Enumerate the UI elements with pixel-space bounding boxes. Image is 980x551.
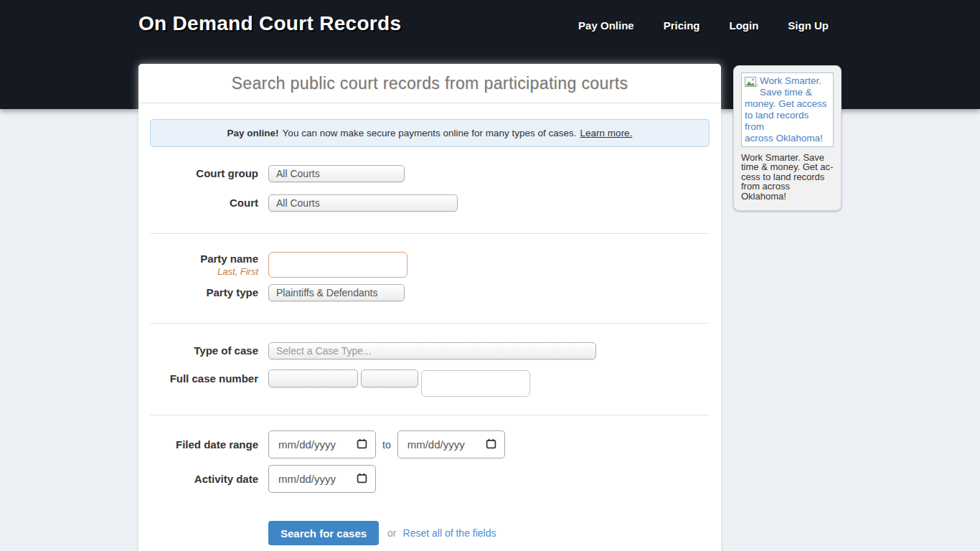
search-panel: Search public court records from partici… (138, 64, 721, 551)
party-name-label: Party name Last, First (150, 253, 268, 278)
filed-date-to-input[interactable]: mm/dd/yyyy (397, 430, 505, 458)
activity-date-placeholder: mm/dd/yyyy (278, 473, 336, 485)
date-range-separator: to (382, 439, 391, 451)
party-name-input[interactable] (268, 252, 407, 278)
search-form: Pay online! You can now make secure paym… (138, 103, 721, 545)
ad-image-link[interactable]: Work Smarter. Save time & money. Get acc… (741, 72, 834, 147)
alert-lead-text: Pay online! (227, 128, 279, 138)
court-group-select[interactable]: All Courts (268, 165, 405, 182)
form-actions-row: Search for cases or Reset all of the fie… (150, 521, 710, 545)
case-number-year-select[interactable] (361, 369, 418, 387)
main-nav: Pay Online Pricing Login Sign Up (578, 19, 829, 32)
calendar-icon[interactable] (486, 438, 496, 451)
calendar-icon[interactable] (357, 473, 367, 486)
site-brand[interactable]: On Demand Court Records (138, 12, 401, 35)
party-type-row: Party type Plaintiffs & Defendants (150, 284, 710, 301)
activity-date-label: Activity date (150, 473, 268, 486)
case-number-row: Full case number (150, 369, 710, 397)
nav-pay-online[interactable]: Pay Online (578, 19, 634, 32)
alert-body-text: You can now make secure payments online … (283, 128, 577, 138)
sidebar-ad: Work Smarter. Save time & money. Get acc… (733, 65, 842, 211)
reset-fields-link[interactable]: Reset all of the fields (403, 527, 496, 539)
court-group-label: Court group (150, 167, 268, 180)
party-name-row: Party name Last, First (150, 252, 710, 278)
calendar-icon[interactable] (357, 438, 367, 451)
party-name-hint: Last, First (150, 266, 258, 278)
activity-date-input[interactable]: mm/dd/yyyy (268, 465, 376, 493)
search-panel-header: Search public court records from partici… (138, 64, 721, 103)
filed-date-label: Filed date range (150, 438, 268, 451)
nav-login[interactable]: Login (730, 19, 759, 32)
court-group-row: Court group All Courts (150, 165, 710, 182)
nav-sign-up[interactable]: Sign Up (788, 19, 829, 32)
or-text: or (387, 527, 396, 539)
case-number-prefix-select[interactable] (268, 369, 358, 387)
learn-more-link[interactable]: Learn more. (580, 128, 633, 138)
filed-date-from-placeholder: mm/dd/yyyy (278, 438, 336, 451)
pay-online-alert: Pay online! You can now make secure paym… (150, 119, 710, 147)
case-number-input[interactable] (421, 370, 530, 397)
section-divider (150, 323, 710, 324)
broken-image-icon (745, 77, 758, 91)
filed-date-from-input[interactable]: mm/dd/yyyy (268, 430, 376, 458)
court-select[interactable]: All Courts (268, 194, 458, 212)
court-label: Court (150, 197, 268, 209)
search-for-cases-button[interactable]: Search for cases (268, 521, 379, 545)
party-type-select[interactable]: Plaintiffs & Defendants (268, 284, 405, 301)
party-name-label-text: Party name (200, 253, 258, 265)
nav-pricing[interactable]: Pricing (664, 19, 700, 32)
activity-date-row: Activity date mm/dd/yyyy (150, 465, 710, 493)
case-type-row: Type of case Select a Case Type... (150, 342, 710, 359)
case-number-label: Full case number (150, 369, 268, 387)
case-type-label: Type of case (150, 344, 268, 357)
case-type-select[interactable]: Select a Case Type... (268, 342, 596, 359)
section-divider (150, 415, 710, 415)
ad-caption: Work Smarter. Save time & money. Get ac-… (741, 153, 834, 202)
party-type-label: Party type (150, 286, 268, 299)
court-row: Court All Courts (150, 194, 710, 212)
section-divider (150, 233, 710, 234)
page-title: Search public court records from partici… (232, 74, 628, 93)
filed-date-to-placeholder: mm/dd/yyyy (407, 438, 465, 451)
filed-date-row: Filed date range mm/dd/yyyy to mm/dd/yyy… (150, 430, 710, 458)
